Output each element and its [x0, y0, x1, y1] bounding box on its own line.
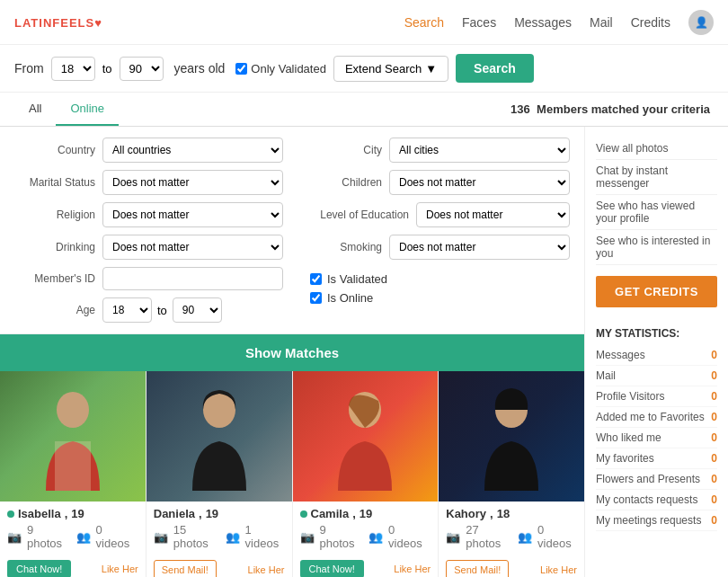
- card-actions: Send Mail! Like Her: [146, 556, 292, 577]
- stat-favorites: My favorites 0: [596, 448, 717, 469]
- tabs-row: All Online 136 Members matched your crit…: [0, 93, 728, 127]
- children-label: Children: [301, 176, 382, 189]
- age-to-filter[interactable]: 90: [173, 297, 222, 323]
- member-id-input[interactable]: [102, 267, 283, 290]
- card-photo: [439, 371, 584, 502]
- photo-placeholder: [439, 371, 584, 502]
- match-text: Members matched your criteria: [537, 102, 710, 116]
- like-button[interactable]: Like Her: [540, 564, 577, 575]
- nav-credits[interactable]: Credits: [631, 15, 670, 30]
- country-filter-row: Country All countries: [14, 138, 283, 163]
- religion-select[interactable]: Does not matter: [102, 202, 283, 227]
- nav-mail[interactable]: Mail: [590, 15, 613, 30]
- age-label: Age: [14, 304, 95, 316]
- like-button[interactable]: Like Her: [248, 564, 285, 575]
- card-actions: Chat Now! Like Her: [0, 556, 146, 577]
- header: LATINFEELS♥ Search Faces Messages Mail C…: [0, 0, 728, 45]
- stat-liked: Who liked me 0: [596, 428, 717, 448]
- city-select[interactable]: All cities: [389, 138, 570, 163]
- age-from-select[interactable]: 182025: [51, 57, 95, 81]
- checkbox-filters: Is Validated Is Online: [310, 267, 570, 310]
- card-info: Daniela, 19 📷 15 photos 👥 1 videos: [146, 502, 292, 556]
- smoking-select[interactable]: Does not matter: [389, 235, 570, 260]
- children-select[interactable]: Does not matter: [389, 170, 570, 195]
- stat-liked-label: Who liked me: [596, 431, 661, 444]
- avatar[interactable]: 👤: [688, 10, 714, 35]
- search-bar: From 182025 to 905040 years old Only Val…: [0, 45, 728, 93]
- search-button[interactable]: Search: [456, 54, 534, 83]
- marital-filter-row: Marital Status Does not matter: [14, 170, 283, 195]
- profile-card: Camila, 19 📷 9 photos 👥 0 videos Chat No…: [293, 371, 439, 577]
- only-validated-checkbox[interactable]: [235, 63, 247, 75]
- sidebar-interested[interactable]: See who is interested in you: [596, 230, 717, 265]
- city-label: City: [301, 144, 382, 156]
- card-info: Isabella, 19 📷 9 photos 👥 0 videos: [0, 502, 146, 556]
- video-icon: 👥: [518, 530, 532, 544]
- photo-placeholder: [293, 371, 439, 502]
- tab-online[interactable]: Online: [56, 93, 119, 126]
- show-matches-button[interactable]: Show Matches: [0, 334, 584, 371]
- extend-search-button[interactable]: Extend Search ▼: [333, 56, 448, 82]
- card-meta: 📷 9 photos 👥 0 videos: [7, 520, 138, 553]
- to-label: to: [102, 62, 112, 75]
- age-to-select[interactable]: 905040: [120, 57, 164, 81]
- stat-contacts: My contacts requests 0: [596, 490, 717, 510]
- country-select[interactable]: All countries: [102, 138, 283, 163]
- stat-contacts-label: My contacts requests: [596, 493, 697, 506]
- card-name: Camila, 19: [300, 507, 431, 520]
- sidebar-chat-messenger[interactable]: Chat by instant messenger: [596, 160, 717, 195]
- stat-flowers-label: Flowers and Presents: [596, 473, 700, 485]
- logo-text: LATINFEELS: [14, 16, 94, 30]
- like-button[interactable]: Like Her: [394, 564, 431, 574]
- drinking-filter-row: Drinking Does not matter: [14, 235, 283, 260]
- education-select[interactable]: Does not matter: [416, 202, 570, 227]
- is-validated-checkbox[interactable]: [310, 273, 322, 285]
- chat-button[interactable]: Chat Now!: [300, 560, 364, 577]
- stat-mail-value: 0: [711, 369, 717, 382]
- profile-card: Isabella, 19 📷 9 photos 👥 0 videos Chat …: [0, 371, 146, 577]
- profile-card: Kahory, 18 📷 27 photos 👥 0 videos Send M…: [439, 371, 584, 577]
- stat-fav-value: 0: [711, 452, 717, 465]
- stats-title: MY STATISTICS:: [596, 327, 717, 340]
- filter-left: Country All countries Marital Status Doe…: [14, 138, 283, 323]
- years-label: years old: [174, 61, 226, 75]
- sidebar: View all photos Chat by instant messenge…: [584, 127, 728, 577]
- filter-right: City All cities Children Does not matter…: [301, 138, 570, 323]
- filter-grid: Country All countries Marital Status Doe…: [14, 138, 570, 323]
- get-credits-button[interactable]: GET CREDITS: [596, 276, 717, 307]
- camera-icon: 📷: [300, 530, 315, 544]
- stat-mail: Mail 0: [596, 366, 717, 386]
- stat-flowers-value: 0: [711, 473, 717, 485]
- education-filter-row: Level of Education Does not matter: [301, 202, 570, 227]
- nav-messages[interactable]: Messages: [514, 15, 572, 30]
- mail-button[interactable]: Send Mail!: [446, 560, 509, 577]
- card-photo: [293, 371, 439, 502]
- nav-faces[interactable]: Faces: [462, 15, 496, 30]
- sidebar-view-photos[interactable]: View all photos: [596, 138, 717, 160]
- card-meta: 📷 27 photos 👥 0 videos: [446, 520, 577, 553]
- nav-search[interactable]: Search: [404, 15, 444, 30]
- education-label: Level of Education: [301, 209, 409, 221]
- marital-label: Marital Status: [14, 176, 95, 189]
- camera-icon: 📷: [7, 530, 22, 544]
- member-id-label: Member's ID: [14, 272, 95, 285]
- card-photo: [146, 371, 292, 502]
- marital-select[interactable]: Does not matter: [102, 170, 283, 195]
- chat-button[interactable]: Chat Now!: [7, 560, 71, 577]
- age-filter-row: Age 18 to 90: [14, 297, 283, 323]
- age-range: 18 to 90: [102, 297, 222, 323]
- sidebar-profile-viewers[interactable]: See who has viewed your profile: [596, 195, 717, 230]
- children-filter-row: Children Does not matter: [301, 170, 570, 195]
- tab-all[interactable]: All: [14, 93, 56, 126]
- card-meta: 📷 9 photos 👥 0 videos: [300, 520, 431, 553]
- only-validated-label: Only Validated: [235, 62, 326, 75]
- country-label: Country: [14, 144, 95, 156]
- like-button[interactable]: Like Her: [102, 564, 138, 574]
- card-photo: [0, 371, 146, 502]
- religion-filter-row: Religion Does not matter: [14, 202, 283, 227]
- mail-button[interactable]: Send Mail!: [154, 560, 217, 577]
- is-online-checkbox[interactable]: [310, 292, 322, 304]
- age-from-filter[interactable]: 18: [102, 297, 152, 323]
- content-area: Country All countries Marital Status Doe…: [0, 127, 584, 577]
- drinking-select[interactable]: Does not matter: [102, 235, 283, 260]
